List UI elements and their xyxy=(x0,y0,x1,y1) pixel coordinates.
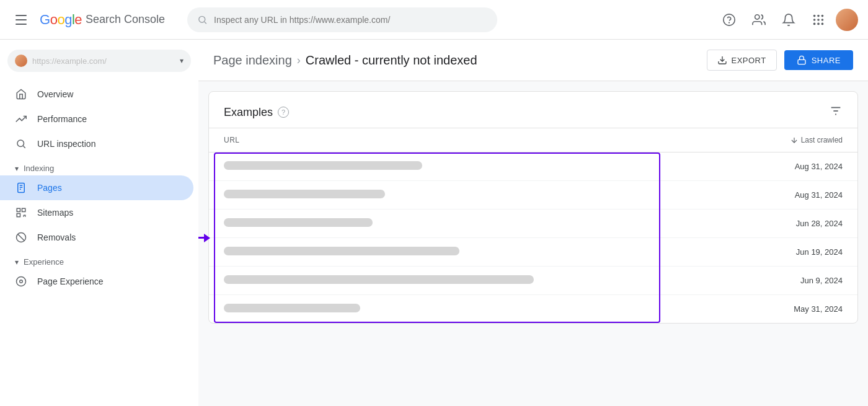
export-button[interactable]: EXPORT xyxy=(707,50,776,71)
trending-icon xyxy=(15,113,27,125)
chevron-down-icon: ▾ xyxy=(15,258,19,267)
help-icon[interactable]: ? xyxy=(278,107,289,118)
col-last-crawled-header[interactable]: Last crawled xyxy=(790,136,843,144)
indexing-section-header[interactable]: ▾ Indexing xyxy=(0,156,198,175)
col-last-crawled-label: Last crawled xyxy=(801,136,843,144)
breadcrumb-current: Crawled - currently not indexed xyxy=(306,53,477,68)
avatar[interactable] xyxy=(836,9,858,31)
apps-icon xyxy=(812,13,825,27)
lock-icon xyxy=(797,55,807,65)
people-button[interactable] xyxy=(746,7,771,32)
table-row[interactable]: May 31, 2024 xyxy=(209,295,857,323)
breadcrumb-parent[interactable]: Page indexing xyxy=(213,53,292,68)
help-button[interactable] xyxy=(717,7,742,32)
svg-point-12 xyxy=(817,22,820,25)
row-date: May 31, 2024 xyxy=(794,304,843,314)
sort-down-icon xyxy=(790,136,799,144)
page-experience-icon xyxy=(15,275,27,288)
svg-point-4 xyxy=(755,14,760,19)
url-blur xyxy=(224,190,385,198)
svg-point-2 xyxy=(724,14,735,25)
svg-point-25 xyxy=(20,280,23,283)
sidebar-item-sitemaps[interactable]: Sitemaps xyxy=(0,200,193,225)
url-blur xyxy=(224,161,422,170)
sidebar-item-pages[interactable]: Pages xyxy=(0,175,193,200)
help-icon xyxy=(722,13,736,27)
search-input[interactable] xyxy=(214,15,487,25)
layout: https://example.com/ ▾ Overview Performa… xyxy=(0,40,868,406)
search-icon xyxy=(197,14,208,25)
content-panel: Examples ? URL xyxy=(208,91,858,324)
filter-button[interactable] xyxy=(829,104,843,120)
url-blur xyxy=(224,247,459,255)
row-url xyxy=(224,218,658,229)
share-button[interactable]: SHARE xyxy=(784,50,853,70)
row-url xyxy=(224,247,658,257)
sitemaps-icon xyxy=(15,206,27,219)
sidebar-item-label: Overview xyxy=(37,89,73,99)
sidebar-item-removals[interactable]: Removals xyxy=(0,225,193,250)
svg-point-9 xyxy=(817,19,820,21)
property-selector[interactable]: https://example.com/ ▾ xyxy=(7,50,191,72)
svg-point-24 xyxy=(17,277,26,286)
chevron-down-icon: ▾ xyxy=(15,164,19,173)
col-url-header: URL xyxy=(224,136,240,144)
sidebar-item-performance[interactable]: Performance xyxy=(0,107,193,131)
table-row[interactable]: Jun 28, 2024 xyxy=(209,210,857,238)
breadcrumb-separator: › xyxy=(297,54,301,67)
svg-rect-27 xyxy=(798,60,805,64)
row-url xyxy=(224,161,658,172)
svg-point-6 xyxy=(817,14,820,17)
share-label: SHARE xyxy=(812,56,841,65)
svg-point-0 xyxy=(199,16,205,22)
search-bar[interactable] xyxy=(187,7,497,32)
svg-point-7 xyxy=(822,14,824,17)
row-url xyxy=(224,275,658,286)
people-icon xyxy=(752,13,766,27)
experience-section-header[interactable]: ▾ Experience xyxy=(0,250,198,269)
sidebar-item-overview[interactable]: Overview xyxy=(0,82,193,107)
logo-area: Google Search Console xyxy=(40,12,165,28)
header-actions xyxy=(717,7,858,32)
menu-button[interactable] xyxy=(10,9,32,31)
bell-button[interactable] xyxy=(776,7,801,32)
row-date: Aug 31, 2024 xyxy=(795,162,843,171)
svg-point-5 xyxy=(813,14,816,17)
svg-rect-22 xyxy=(17,214,20,217)
sidebar-item-label: Sitemaps xyxy=(37,208,73,218)
svg-rect-21 xyxy=(22,208,25,211)
table-row[interactable]: Jun 9, 2024 xyxy=(209,267,857,295)
svg-point-10 xyxy=(822,19,824,21)
section-label: Indexing xyxy=(24,164,54,173)
row-date: Aug 31, 2024 xyxy=(795,190,843,200)
url-blur xyxy=(224,275,534,284)
breadcrumb-bar: Page indexing › Crawled - currently not … xyxy=(198,40,868,81)
svg-line-1 xyxy=(205,22,206,24)
table-row[interactable]: Aug 31, 2024 xyxy=(209,181,857,210)
sidebar-item-label: URL inspection xyxy=(37,139,95,149)
search-icon xyxy=(15,138,27,150)
url-blur xyxy=(224,218,373,227)
sidebar: https://example.com/ ▾ Overview Performa… xyxy=(0,40,198,406)
apps-button[interactable] xyxy=(806,7,831,32)
breadcrumb: Page indexing › Crawled - currently not … xyxy=(213,53,477,68)
svg-point-14 xyxy=(17,140,24,147)
property-favicon xyxy=(15,55,27,67)
table-row[interactable]: Aug 31, 2024 xyxy=(209,152,857,181)
export-label: EXPORT xyxy=(731,56,766,65)
url-blur xyxy=(224,304,360,312)
table-row[interactable]: Jun 19, 2024 xyxy=(209,238,857,267)
svg-point-8 xyxy=(813,19,816,21)
section-label: Experience xyxy=(24,257,64,267)
sidebar-item-label: Performance xyxy=(37,114,87,124)
row-url xyxy=(224,190,658,200)
main-content: Page indexing › Crawled - currently not … xyxy=(198,40,868,406)
sidebar-item-url-inspection[interactable]: URL inspection xyxy=(0,131,193,156)
sidebar-item-label: Removals xyxy=(37,232,76,242)
chevron-down-icon: ▾ xyxy=(180,56,184,65)
table-header: URL Last crawled xyxy=(209,128,857,152)
panel-title: Examples ? xyxy=(224,106,289,119)
sidebar-item-page-experience[interactable]: Page Experience xyxy=(0,269,193,294)
panel-title-text: Examples xyxy=(224,106,273,119)
svg-point-11 xyxy=(813,22,816,25)
